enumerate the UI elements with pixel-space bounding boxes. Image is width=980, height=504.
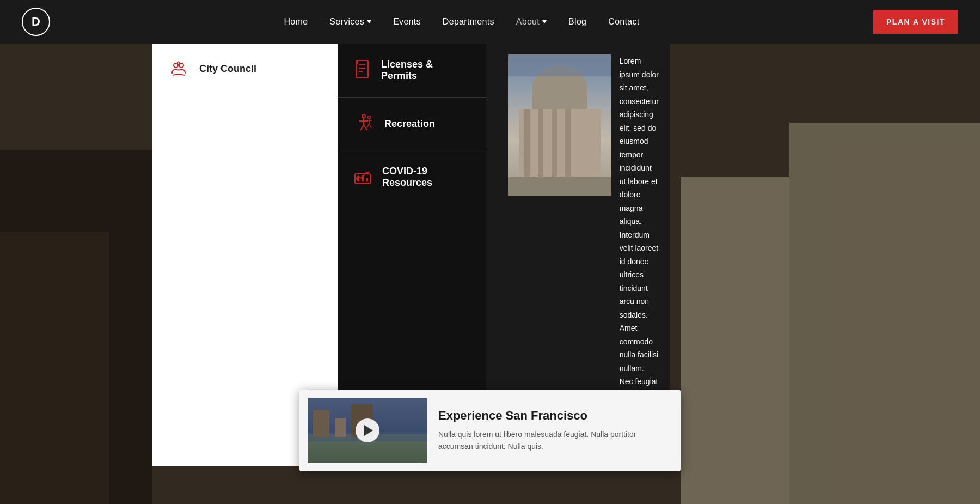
recreation-icon	[354, 113, 373, 135]
nav-item-services[interactable]: Services	[329, 17, 371, 27]
nav-item-about[interactable]: About	[516, 17, 547, 27]
nav-link-blog[interactable]: Blog	[568, 17, 586, 26]
preview-image	[508, 54, 611, 196]
svg-line-11	[364, 125, 367, 130]
nav-item-events[interactable]: Events	[393, 17, 421, 27]
svg-rect-18	[357, 177, 359, 181]
menu-dark-label-recreation: Recreation	[384, 118, 435, 130]
plan-visit-button[interactable]: PLAN A VISIT	[873, 10, 958, 34]
svg-point-7	[362, 114, 365, 118]
play-button[interactable]	[356, 418, 379, 442]
chevron-down-icon-about	[542, 20, 547, 23]
svg-line-16	[369, 124, 371, 128]
nav-links: Home Services Events Departments About B…	[284, 17, 639, 27]
video-info: Experience San Francisco Nulla quis lore…	[438, 409, 672, 453]
nav-item-departments[interactable]: Departments	[443, 17, 494, 27]
logo-letter: D	[32, 15, 40, 29]
video-thumbnail[interactable]	[308, 398, 427, 463]
menu-dark-label-covid: COVID-19 Resources	[382, 166, 470, 189]
nav-link-services[interactable]: Services	[329, 17, 371, 27]
svg-line-10	[360, 125, 364, 130]
video-description: Nulla quis lorem ut libero malesuada feu…	[438, 428, 672, 453]
svg-point-12	[368, 116, 371, 119]
council-icon	[169, 59, 188, 78]
menu-item-recreation[interactable]: Recreation	[338, 98, 486, 150]
nav-link-home[interactable]: Home	[284, 17, 308, 26]
logo[interactable]: D	[22, 8, 50, 36]
menu-item-label-council: City Council	[199, 63, 256, 75]
menu-dark-label-licenses: Licenses & Permits	[381, 59, 470, 82]
nav-item-home[interactable]: Home	[284, 17, 308, 27]
nav-link-about[interactable]: About	[516, 17, 547, 27]
nav-item-blog[interactable]: Blog	[568, 17, 586, 27]
covid-icon	[354, 166, 371, 188]
svg-rect-20	[366, 178, 368, 181]
nav-link-events[interactable]: Events	[393, 17, 421, 26]
nav-item-contact[interactable]: Contact	[608, 17, 639, 27]
video-card: Experience San Francisco Nulla quis lore…	[299, 390, 681, 471]
nav-link-contact[interactable]: Contact	[608, 17, 639, 26]
chevron-down-icon	[367, 20, 371, 23]
permits-icon	[354, 59, 370, 81]
video-title: Experience San Francisco	[438, 409, 672, 423]
menu-item-city-council[interactable]: City Council	[152, 44, 338, 94]
menu-item-licenses[interactable]: Licenses & Permits	[338, 44, 486, 98]
svg-line-15	[367, 124, 369, 128]
menu-item-covid[interactable]: COVID-19 Resources	[338, 150, 486, 204]
navbar: D Home Services Events Departments About…	[0, 0, 980, 44]
play-icon	[364, 425, 373, 436]
nav-link-departments[interactable]: Departments	[443, 17, 494, 26]
main-content: City Council	[0, 44, 980, 504]
svg-rect-2	[356, 60, 368, 78]
